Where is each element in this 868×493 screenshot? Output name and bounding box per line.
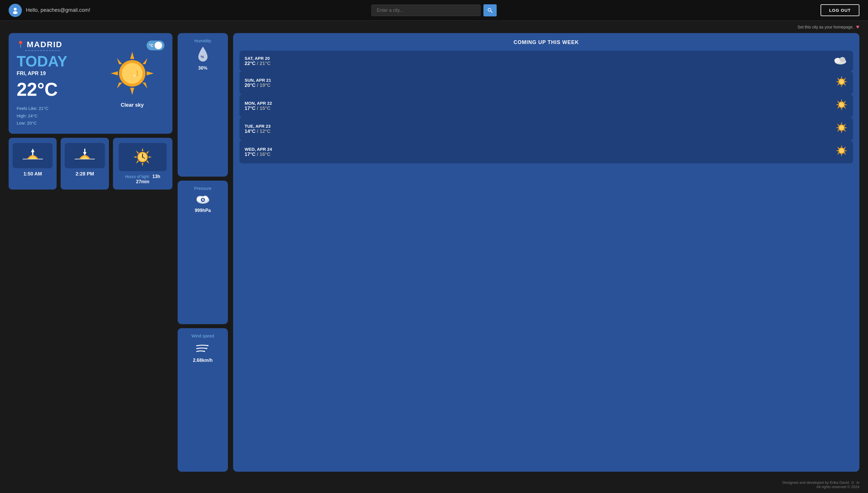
low-temp: Low: 20°C xyxy=(17,120,164,127)
forecast-high: 20°C xyxy=(245,83,255,88)
pressure-icon xyxy=(195,193,211,206)
header-right: LOG OUT xyxy=(497,4,860,16)
svg-marker-16 xyxy=(31,148,35,152)
today-card: 📍 MADRID °C TODAY FRI, APR 19 22°C Feels… xyxy=(8,33,173,134)
svg-marker-21 xyxy=(142,148,143,151)
svg-marker-50 xyxy=(836,81,838,82)
toggle-unit-label: °C xyxy=(149,43,154,48)
svg-marker-5 xyxy=(130,88,134,95)
svg-text:%: % xyxy=(201,55,204,59)
svg-marker-68 xyxy=(841,122,842,124)
forecast-high: 22°C xyxy=(245,61,255,66)
svg-marker-78 xyxy=(841,145,842,147)
svg-marker-63 xyxy=(844,100,846,103)
github-icon[interactable]: ⊙ xyxy=(851,480,854,485)
forecast-icon xyxy=(835,144,848,159)
forecast-low: 16°C xyxy=(259,152,271,157)
svg-marker-58 xyxy=(841,99,842,101)
svg-marker-79 xyxy=(841,154,842,156)
forecast-cloud-icon xyxy=(833,55,848,65)
city-name-row: 📍 MADRID xyxy=(17,40,62,49)
svg-marker-65 xyxy=(844,106,846,109)
sun-icon xyxy=(109,50,155,97)
forecast-temps: 22°C / 21°C xyxy=(245,61,271,66)
search-icon xyxy=(487,8,493,13)
week-day-card: TUE, APR 23 14°C / 12°C xyxy=(239,117,853,141)
high-temp: High: 24°C xyxy=(17,112,164,120)
clock-icon xyxy=(133,147,153,167)
svg-rect-20 xyxy=(84,149,85,152)
sunset-time: 2:28 PM xyxy=(75,171,94,177)
weather-description: Clear sky xyxy=(121,102,144,108)
humidity-card: Humidity % 36% xyxy=(178,33,228,177)
svg-point-0 xyxy=(14,8,17,10)
search-input[interactable] xyxy=(371,5,481,16)
week-day-card: MON, APR 22 17°C / 15°C xyxy=(239,94,853,117)
svg-marker-10 xyxy=(117,83,122,89)
forecast-low: 19°C xyxy=(259,83,271,88)
light-card: Hours of light: 13h 27min xyxy=(113,138,173,190)
forecast-high: 17°C xyxy=(245,152,255,157)
temp-toggle[interactable]: °C xyxy=(146,41,164,50)
pressure-label: Pressure xyxy=(194,186,211,191)
hello-text: Hello, peaches@gmail.com! xyxy=(26,7,90,13)
svg-point-14 xyxy=(134,75,135,77)
city-name: MADRID xyxy=(27,40,62,49)
sun-area: Clear sky xyxy=(109,50,155,108)
svg-marker-28 xyxy=(146,160,149,164)
wind-icon xyxy=(194,341,211,356)
left-panel: 📍 MADRID °C TODAY FRI, APR 19 22°C Feels… xyxy=(8,33,173,472)
footer-credit: Designed and developed by Erika David ⊙ … xyxy=(8,480,860,485)
sub-header: Set this city as your homepage. ♥ xyxy=(0,21,868,33)
forecast-day-label: WED, APR 24 xyxy=(245,147,272,152)
svg-point-67 xyxy=(839,102,844,107)
footer: Designed and developed by Erika David ⊙ … xyxy=(0,477,868,493)
forecast-sun-icon xyxy=(835,144,848,157)
logout-button[interactable]: LOG OUT xyxy=(821,4,860,16)
light-text: Hours of light: 13h 27min xyxy=(119,174,167,185)
forecast-icon xyxy=(833,55,848,67)
heart-icon[interactable]: ♥ xyxy=(856,24,860,30)
svg-marker-69 xyxy=(841,131,842,133)
svg-marker-51 xyxy=(845,81,847,82)
sunrise-icon xyxy=(21,147,44,164)
forecast-icon xyxy=(835,99,848,113)
main-content: 📍 MADRID °C TODAY FRI, APR 19 22°C Feels… xyxy=(0,33,868,477)
svg-marker-6 xyxy=(111,71,118,76)
svg-marker-4 xyxy=(130,52,134,59)
week-title: COMING UP THIS WEEK xyxy=(239,39,853,45)
wind-value: 2.68km/h xyxy=(193,358,212,363)
svg-marker-7 xyxy=(146,71,154,76)
svg-marker-70 xyxy=(836,127,838,128)
svg-point-2 xyxy=(488,8,491,11)
avatar xyxy=(8,4,22,17)
pressure-card: Pressure 999hPa xyxy=(178,180,228,324)
svg-marker-72 xyxy=(837,123,839,126)
svg-line-3 xyxy=(490,11,492,13)
forecast-day-label: SUN, APR 21 xyxy=(245,78,271,83)
svg-marker-75 xyxy=(844,129,846,132)
svg-marker-64 xyxy=(837,106,839,109)
sunrise-icon-area xyxy=(13,143,52,168)
svg-point-57 xyxy=(839,79,844,84)
svg-marker-27 xyxy=(136,160,139,164)
set-homepage-text: Set this city as your homepage. xyxy=(798,25,854,29)
svg-marker-73 xyxy=(844,123,846,126)
pressure-value: 999hPa xyxy=(195,208,211,213)
city-underline xyxy=(25,50,60,51)
search-button[interactable] xyxy=(483,4,497,16)
svg-marker-49 xyxy=(841,85,842,87)
svg-rect-17 xyxy=(32,152,33,155)
svg-marker-84 xyxy=(837,152,839,155)
svg-point-77 xyxy=(839,125,844,130)
svg-marker-71 xyxy=(845,127,847,128)
footer-text: Designed and developed by Erika David xyxy=(782,480,849,485)
city-row: 📍 MADRID °C xyxy=(17,40,164,51)
svg-marker-26 xyxy=(146,150,149,154)
wind-label: Wind speed xyxy=(191,334,214,338)
svg-marker-83 xyxy=(844,146,846,149)
forecast-low: 21°C xyxy=(259,61,271,66)
sunset-icon xyxy=(73,147,96,164)
linkedin-icon[interactable]: in xyxy=(856,480,860,485)
svg-marker-54 xyxy=(837,83,839,86)
